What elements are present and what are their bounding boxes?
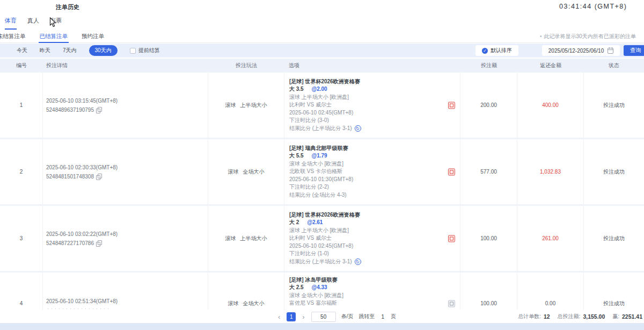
sort-button[interactable]: ✓ 默认排序 [475, 45, 518, 56]
bet-status: 投注成功 [584, 73, 644, 138]
selection-result: 结果比分 (上半场比分 3-1) [289, 125, 352, 133]
summary-count-label: 总计单数: [518, 313, 541, 320]
table-row: 2 2025-06-10 02:30:33(GMT+8) 52484815017… [0, 139, 644, 206]
next-page-button[interactable]: › [301, 313, 305, 320]
selection-odds[interactable]: @2.00 [311, 86, 327, 92]
early-settle-label: 提前结算 [138, 47, 160, 54]
jump-page-value[interactable]: 1 [381, 314, 384, 320]
notice-text: •此记录将显示30天内所有已派彩的注单 [540, 33, 636, 40]
table-header: 编号 投注详情 投注玩法 选项 投注额 返还金额 状态 [0, 59, 644, 73]
check-circle-icon: ✓ [482, 48, 488, 54]
filter-bar: 今天 昨天 7天内 30天内 提前结算 ✓ 默认排序 2025/05/12-20… [0, 44, 644, 58]
bet-amount: 100.00 [460, 206, 517, 271]
bet-time: 2025-06-10 03:02:22(GMT+8) [46, 230, 118, 238]
filter-today[interactable]: 今天 [17, 47, 27, 54]
selection-result: 结果比分 (全场比分 4-3) [289, 191, 347, 199]
selection-market: 滚球 全场大小 [欧洲盘] [289, 292, 455, 300]
selection-market: 滚球 上半场大小 [欧洲盘] [289, 227, 455, 235]
bet-amount: 577.00 [460, 139, 517, 204]
replay-icon[interactable]: ↻ [355, 125, 361, 132]
page-unit-label: 页 [391, 313, 396, 320]
return-amount: 0.00 [517, 272, 584, 310]
copy-icon[interactable] [96, 174, 101, 180]
subtab-reserved[interactable]: 预约注单 [80, 31, 105, 43]
selection-odds[interactable]: @2.61 [307, 219, 323, 225]
selection-pick: 大 2.5 [289, 284, 304, 290]
selection-pick: 大 2 [289, 219, 299, 225]
subtab-unsettled[interactable]: 未结算注单 [0, 31, 27, 43]
date-range-picker[interactable]: 2025/05/12-2025/06/10 [542, 45, 620, 56]
play-name: 全场大小 [243, 300, 265, 307]
play-type: 滚球 [228, 300, 239, 307]
jump-label: 跳转至 [358, 313, 375, 320]
checkbox-icon[interactable] [130, 48, 136, 54]
date-range-value: 2025/05/12-2025/06/10 [548, 48, 604, 54]
page-1-button[interactable]: 1 [287, 312, 296, 321]
selection-pick: 大 5.5 [289, 153, 304, 159]
filter-yesterday[interactable]: 昨天 [40, 47, 50, 54]
page-size-input[interactable] [311, 312, 336, 322]
order-id: 5248487227170786 [46, 239, 94, 247]
column-header-status: 状态 [584, 62, 644, 69]
table-row: 3 2025-06-10 03:02:22(GMT+8) 52484872271… [0, 206, 644, 272]
order-id-clipped [46, 308, 109, 310]
page-title: 注单历史 [56, 3, 79, 11]
column-header-amount: 投注额 [460, 62, 517, 69]
row-number: 1 [0, 73, 43, 138]
match-badge-icon [448, 168, 455, 175]
table-row: 4 2025-06-10 02:51:34(GMT+8) 滚球 全场大小 [足球… [0, 272, 644, 310]
order-id: 5248481501748308 [46, 173, 94, 181]
selection-odds[interactable]: @1.79 [311, 153, 327, 159]
bet-time: 2025-06-10 02:51:34(GMT+8) [46, 297, 118, 305]
selection-match-time: 2025-06-10 01:30(GMT+8) [289, 176, 455, 184]
summary: 总计单数: 12 总投注额: 3,155.00 赢: 2251.41 [510, 310, 642, 323]
match-badge-icon [448, 102, 455, 109]
selection-league: [足球] 世界杯2026欧洲资格赛 [289, 211, 455, 219]
column-header-play: 投注玩法 [208, 62, 284, 69]
replay-icon[interactable]: ↻ [355, 259, 361, 265]
subtabs-row: 未结算注单 已结算注单 预约注单 •此记录将显示30天内所有已派彩的注单 [0, 31, 644, 43]
calendar-icon [608, 48, 613, 54]
selection-teams: 比利时 VS 威尔士 [289, 101, 455, 109]
filter-7days[interactable]: 7天内 [63, 47, 77, 54]
column-header-no: 编号 [0, 62, 43, 69]
order-history-page: 注单历史 03:41:44 (GMT+8) 体育 真人 彩票 未结算注单 已结算… [0, 0, 644, 330]
bet-time: 2025-06-10 03:15:45(GMT+8) [46, 97, 118, 105]
filter-30days[interactable]: 30天内 [89, 45, 118, 56]
column-header-selection: 选项 [284, 62, 460, 69]
selection-odds[interactable]: @4.33 [311, 284, 327, 290]
sort-label: 默认排序 [491, 47, 512, 54]
selection-teams: 北欧联 VS 卡尔伯格斯 [289, 168, 455, 176]
summary-win: 2251.41 [622, 313, 642, 320]
early-settle-checkbox[interactable]: 提前结算 [130, 47, 160, 54]
bet-time: 2025-06-10 02:30:33(GMT+8) [46, 163, 118, 171]
copy-icon[interactable] [96, 107, 101, 113]
column-header-return: 返还金额 [517, 62, 584, 69]
selection-teams: 富佐尼 VS 塞尔福斯 [289, 299, 455, 307]
match-badge-icon [448, 235, 455, 242]
return-amount: 400.00 [517, 73, 584, 138]
copy-icon[interactable] [96, 240, 101, 246]
play-name: 上半场大小 [240, 102, 267, 109]
tab-sports[interactable]: 体育 [5, 17, 17, 30]
play-type: 滚球 [225, 102, 236, 109]
summary-win-label: 赢: [612, 313, 619, 320]
column-header-detail: 投注详情 [43, 62, 208, 69]
subtab-settled[interactable]: 已结算注单 [39, 31, 69, 43]
selection-pick: 大 3.5 [289, 86, 304, 92]
summary-total-label: 总投注额: [558, 313, 581, 320]
play-type: 滚球 [228, 168, 239, 176]
selection-result: 结果比分 (上半场比分 3-1) [289, 258, 352, 266]
prev-page-button[interactable]: ‹ [277, 313, 281, 320]
summary-total: 3,155.00 [583, 313, 605, 320]
tab-live[interactable]: 真人 [27, 17, 39, 30]
bet-amount: 200.00 [460, 73, 517, 138]
play-type: 滚球 [225, 235, 236, 242]
selection-score-at-bet: 下注时比分 (3-0) [289, 117, 455, 125]
play-name: 全场大小 [243, 168, 265, 176]
selection-league: [足球] 世界杯2026欧洲资格赛 [289, 78, 455, 86]
play-name: 上半场大小 [240, 235, 267, 242]
order-id: 5248489637190795 [46, 106, 94, 114]
summary-count: 12 [544, 313, 550, 320]
search-button[interactable]: 查询 [624, 45, 644, 56]
